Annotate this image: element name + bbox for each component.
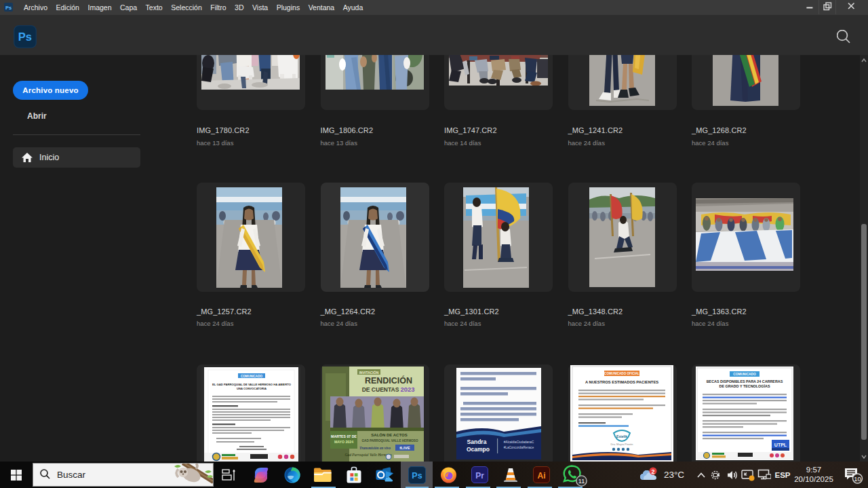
svg-text:RENDICIÓN: RENDICIÓN <box>365 375 412 386</box>
svg-text:MAYO 2024: MAYO 2024 <box>334 440 353 444</box>
svg-text:#LaConcordiaRenace: #LaConcordiaRenace <box>504 446 534 449</box>
svg-text:MARTES 07 DE: MARTES 07 DE <box>331 434 357 438</box>
svg-text:A NUESTROS ESTIMADOS PACIENTES: A NUESTROS ESTIMADOS PACIENTES <box>585 380 658 384</box>
svg-text:EL GAD PARROQUIAL DE VALLE HER: EL GAD PARROQUIAL DE VALLE HERMOSO HA AB… <box>212 383 292 386</box>
svg-text:Gad Parroquial Valle Hermoso: Gad Parroquial Valle Hermoso <box>344 453 391 457</box>
svg-text:Ai: Ai <box>538 471 546 481</box>
svg-text:COMUNICADO OFICIAL: COMUNICADO OFICIAL <box>604 372 639 375</box>
svg-text:GAD PARROQUIAL VALLE HERMOSO: GAD PARROQUIAL VALLE HERMOSO <box>362 439 418 443</box>
svg-text:2023: 2023 <box>400 386 414 393</box>
svg-text:Ps: Ps <box>18 31 32 43</box>
svg-text:Ps: Ps <box>412 471 422 481</box>
svg-text:10: 10 <box>854 474 861 482</box>
svg-text:fLIVE: fLIVE <box>399 446 410 450</box>
svg-text:11: 11 <box>578 478 585 485</box>
svg-text:2: 2 <box>651 468 654 474</box>
svg-text:Transmisión en vivo: Transmisión en vivo <box>359 446 391 450</box>
svg-text:COMUNICADO: COMUNICADO <box>733 373 756 376</box>
svg-text:Pr: Pr <box>475 471 484 481</box>
svg-text:#AlcaldíaCiudadanaC: #AlcaldíaCiudadanaC <box>504 440 534 444</box>
svg-text:DE GRADO Y TECNOLOGÍAS: DE GRADO Y TECNOLOGÍAS <box>719 383 770 388</box>
svg-text:BECAS DISPONIBLES PARA 24 CARR: BECAS DISPONIBLES PARA 24 CARRERAS <box>707 379 783 383</box>
svg-text:COMUNICADO: COMUNICADO <box>240 375 262 378</box>
svg-text:Sandra: Sandra <box>467 438 487 445</box>
svg-text:Ocampo: Ocampo <box>467 446 490 453</box>
svg-text:SALÓN DE ACTOS: SALÓN DE ACTOS <box>371 432 407 437</box>
svg-text:Estelik: Estelik <box>616 434 627 438</box>
svg-text:Dra. Mayra Pinzón: Dra. Mayra Pinzón <box>610 443 633 446</box>
svg-text:Ps: Ps <box>5 5 12 11</box>
svg-text:DE CUENTAS: DE CUENTAS <box>362 386 399 393</box>
svg-text:INVITACIÓN: INVITACIÓN <box>359 370 379 375</box>
svg-text:UNA CONVOCATORIA: UNA CONVOCATORIA <box>236 387 266 390</box>
svg-text:UTPL: UTPL <box>774 443 787 447</box>
